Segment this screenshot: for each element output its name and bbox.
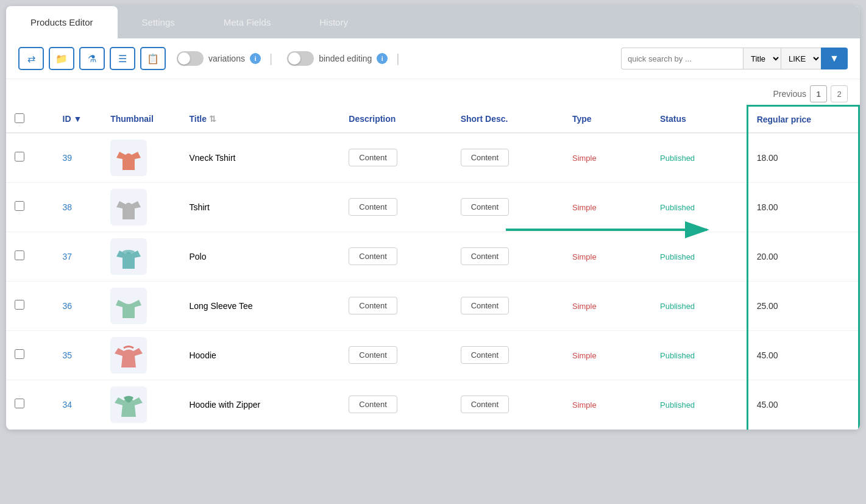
- row-checkbox[interactable]: [15, 399, 24, 408]
- table-wrapper: ID ▼ Thumbnail Title ⇅ Description Short: [6, 105, 860, 430]
- row-status-cell: Published: [651, 182, 747, 232]
- pagination-row: Previous 1 2: [6, 79, 860, 105]
- table-row: 39 Vneck Tshirt Content Content Simple P…: [6, 133, 859, 183]
- toolbar: ⇄ 📁 ⚗ ☰ 📋 variations i | binded editing …: [6, 38, 860, 79]
- row-thumbnail-cell: [102, 232, 180, 281]
- short-desc-content-button[interactable]: Content: [461, 149, 509, 166]
- row-id-link[interactable]: 39: [63, 153, 73, 163]
- row-checkbox[interactable]: [15, 152, 24, 161]
- row-id-cell: 37: [54, 232, 102, 281]
- row-type-cell: Simple: [564, 182, 651, 232]
- row-id-link[interactable]: 37: [63, 252, 73, 261]
- th-short-desc-label: Short Desc.: [461, 114, 508, 124]
- row-desc-cell: Content: [340, 232, 452, 281]
- row-title-cell: Vneck Tshirt: [180, 133, 340, 183]
- row-checkbox[interactable]: [15, 300, 24, 310]
- tab-meta-fields[interactable]: Meta Fields: [199, 6, 296, 38]
- prev-label: Previous: [773, 89, 806, 99]
- row-title: Hoodie: [189, 350, 216, 360]
- variations-toggle[interactable]: [177, 51, 204, 66]
- select-all-checkbox[interactable]: [15, 113, 24, 123]
- row-status-cell: Published: [651, 133, 747, 183]
- row-status-cell: Published: [651, 330, 747, 380]
- tab-history[interactable]: History: [295, 6, 372, 38]
- row-short-desc-cell: Content: [452, 232, 564, 281]
- row-type-cell: Simple: [564, 232, 651, 281]
- row-checkbox-cell: [6, 380, 54, 429]
- search-input[interactable]: [621, 48, 743, 69]
- export-button[interactable]: 📋: [140, 47, 166, 70]
- search-filter-button[interactable]: ▼: [821, 48, 848, 69]
- page-2-button[interactable]: 2: [831, 85, 848, 102]
- swap-button[interactable]: ⇄: [18, 47, 44, 70]
- row-title: Vneck Tshirt: [189, 153, 235, 163]
- list-button[interactable]: ☰: [110, 47, 135, 70]
- row-desc-cell: Content: [340, 380, 452, 429]
- status-badge: Published: [660, 203, 695, 212]
- row-thumbnail-cell: [102, 133, 180, 183]
- th-regular-price: Regular price: [747, 106, 859, 133]
- price-value: 45.00: [757, 400, 778, 410]
- description-content-button[interactable]: Content: [349, 346, 397, 364]
- description-content-button[interactable]: Content: [349, 149, 397, 166]
- row-title: Polo: [189, 252, 206, 261]
- short-desc-content-button[interactable]: Content: [461, 247, 509, 265]
- svg-rect-2: [122, 250, 135, 254]
- description-content-button[interactable]: Content: [349, 198, 397, 216]
- row-title-cell: Hoodie: [180, 330, 340, 380]
- row-title: Hoodie with Zipper: [189, 400, 260, 410]
- row-checkbox[interactable]: [15, 250, 24, 260]
- description-content-button[interactable]: Content: [349, 396, 397, 413]
- filter-icon: ▼: [829, 53, 839, 64]
- th-title-label: Title: [189, 114, 207, 124]
- search-operator-select[interactable]: LIKE: [781, 48, 821, 69]
- variations-toggle-group: variations i: [177, 51, 261, 66]
- row-price-cell: 45.00: [747, 380, 859, 429]
- row-type-cell: Simple: [564, 380, 651, 429]
- thumbnail-image: [110, 189, 147, 225]
- row-id-cell: 38: [54, 182, 102, 232]
- page-1-button[interactable]: 1: [810, 85, 827, 102]
- tab-settings-label: Settings: [142, 17, 175, 27]
- row-short-desc-cell: Content: [452, 182, 564, 232]
- search-field-select[interactable]: Title: [743, 48, 781, 69]
- row-thumbnail-cell: [102, 281, 180, 330]
- binded-editing-info-icon[interactable]: i: [377, 53, 388, 64]
- tab-products-editor[interactable]: Products Editor: [6, 6, 118, 38]
- tab-history-label: History: [319, 17, 348, 27]
- filter-flask-button[interactable]: ⚗: [79, 47, 105, 70]
- th-regular-price-label: Regular price: [757, 115, 811, 124]
- row-desc-cell: Content: [340, 182, 452, 232]
- status-badge: Published: [660, 252, 695, 261]
- row-short-desc-cell: Content: [452, 133, 564, 183]
- description-content-button[interactable]: Content: [349, 297, 397, 314]
- th-title[interactable]: Title ⇅: [180, 106, 340, 133]
- short-desc-content-button[interactable]: Content: [461, 346, 509, 364]
- row-id-link[interactable]: 34: [63, 400, 73, 410]
- variations-info-icon[interactable]: i: [250, 53, 261, 64]
- row-status-cell: Published: [651, 380, 747, 429]
- tab-settings[interactable]: Settings: [118, 6, 199, 38]
- price-value: 20.00: [757, 252, 778, 261]
- folder-button[interactable]: 📁: [49, 47, 74, 70]
- type-badge: Simple: [572, 302, 597, 311]
- row-id-link[interactable]: 36: [63, 301, 73, 311]
- products-table: ID ▼ Thumbnail Title ⇅ Description Short: [6, 105, 860, 430]
- row-id-link[interactable]: 35: [63, 350, 73, 360]
- short-desc-content-button[interactable]: Content: [461, 297, 509, 314]
- row-desc-cell: Content: [340, 281, 452, 330]
- list-icon: ☰: [118, 53, 127, 65]
- th-description-label: Description: [349, 114, 396, 124]
- row-id-link[interactable]: 38: [63, 202, 73, 212]
- row-title-cell: Polo: [180, 232, 340, 281]
- short-desc-content-button[interactable]: Content: [461, 198, 509, 216]
- row-checkbox[interactable]: [15, 201, 24, 211]
- row-title: Tshirt: [189, 202, 209, 212]
- status-badge: Published: [660, 154, 695, 163]
- row-checkbox[interactable]: [15, 349, 24, 359]
- row-status-cell: Published: [651, 281, 747, 330]
- short-desc-content-button[interactable]: Content: [461, 396, 509, 413]
- binded-editing-toggle[interactable]: [287, 51, 314, 66]
- th-id[interactable]: ID ▼: [54, 106, 102, 133]
- description-content-button[interactable]: Content: [349, 247, 397, 265]
